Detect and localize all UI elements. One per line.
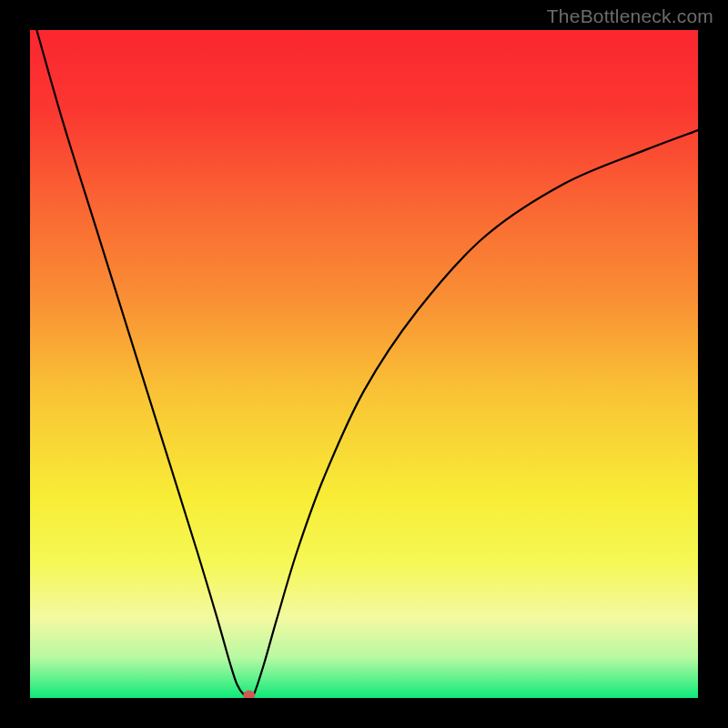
plot-area [30, 30, 698, 698]
watermark-text: TheBottleneck.com [547, 5, 713, 27]
chart-frame: TheBottleneck.com [0, 0, 728, 728]
curve-layer [30, 30, 698, 698]
minimum-marker [243, 691, 255, 698]
bottleneck-curve [36, 30, 698, 698]
